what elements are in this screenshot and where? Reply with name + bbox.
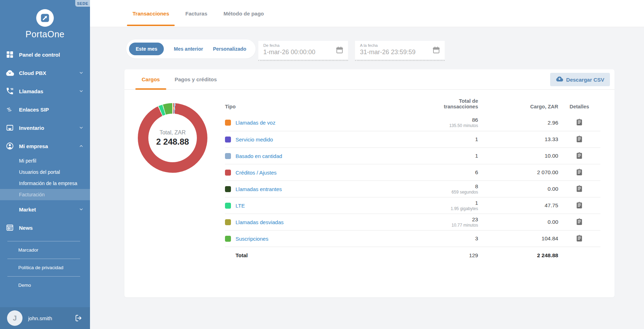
sidebar-link-demo[interactable]: Demo <box>0 280 90 291</box>
chevron-down-icon <box>79 125 84 130</box>
sidebar-item-panel-de-control[interactable]: Panel de control <box>0 45 90 64</box>
tab-transacciones[interactable]: Transacciones <box>131 0 170 27</box>
legend-swatch <box>225 120 231 126</box>
environment-badge: SEDE <box>75 0 90 7</box>
sidebar-link-marcador[interactable]: Marcador <box>0 245 90 255</box>
transaction-count: 86 <box>472 117 478 123</box>
type-link[interactable]: Servicio medido <box>236 137 273 143</box>
sidebar-item-news[interactable]: News <box>0 219 90 237</box>
table-row-llamadas-desviadas: Llamadas desviadas2310.77 minutos0.00 <box>225 214 600 230</box>
sidebar-item-label: News <box>19 225 33 231</box>
range-este-mes[interactable]: Este mes <box>129 43 164 55</box>
sidebar-item-label: Enlaces SIP <box>19 107 49 113</box>
details-button[interactable] <box>574 118 584 128</box>
brand-name: PortaOne <box>0 29 90 39</box>
details-button[interactable] <box>574 167 584 177</box>
sidebar-item-cloud-pbx[interactable]: Cloud PBX <box>0 64 90 82</box>
transaction-sub-count: 135.50 minutos <box>449 123 478 128</box>
sidebar-item-label: Panel de control <box>19 52 60 58</box>
sidebar-item-enlaces-sip[interactable]: Enlaces SIP <box>0 100 90 119</box>
transaction-sub-count: 10.77 minutos <box>452 223 478 228</box>
logout-icon[interactable] <box>75 314 83 322</box>
table-row-suscripciones: Suscripciones3104.84 <box>225 230 600 247</box>
sidebar-item-label: Facturación <box>19 192 45 197</box>
blank-icon <box>6 205 14 214</box>
date-from-field[interactable]: De fecha 1-mar-26 00:00:00 <box>258 41 348 59</box>
sidebar-item-usuarios-del-portal[interactable]: Usuarios del portal <box>0 166 90 178</box>
date-to-label: A la fecha <box>360 43 440 48</box>
type-link[interactable]: Suscripciones <box>236 236 268 242</box>
col-tipo: Tipo <box>225 104 432 109</box>
type-link[interactable]: Llamadas desviadas <box>236 219 284 225</box>
sidebar-item-label: Inventario <box>19 125 44 131</box>
sidebar-item-label: Mi perfil <box>19 158 36 164</box>
type-link[interactable]: Llamadas de voz <box>236 120 275 126</box>
col-detalles: Detalles <box>558 104 600 109</box>
sidebar-item-label: Información de la empresa <box>19 181 77 186</box>
brand-logo: PortaOne <box>0 9 90 39</box>
transaction-count: 1 <box>475 153 478 159</box>
tab-cargos[interactable]: Cargos <box>142 69 160 90</box>
sidebar-item-informacion-de-la-empresa[interactable]: Información de la empresa <box>0 178 90 189</box>
details-button[interactable] <box>574 151 584 161</box>
sidebar-item-market[interactable]: Market <box>0 200 90 219</box>
person-icon <box>6 142 14 150</box>
table-row-llamadas-entrantes: Llamadas entrantes8659 segundos0.00 <box>225 181 600 197</box>
date-from-label: De fecha <box>263 43 344 48</box>
sidebar-link-politica-de-privacidad[interactable]: Política de privacidad <box>0 262 90 273</box>
charges-donut-chart: Total, ZAR 2 248.88 <box>138 103 207 173</box>
tab-facturas[interactable]: Facturas <box>184 0 209 27</box>
range-personalizado[interactable]: Personalizado <box>213 46 246 52</box>
transaction-count: 1 <box>475 136 478 143</box>
tab-pagos-y-creditos[interactable]: Pagos y créditos <box>175 69 217 90</box>
details-button[interactable] <box>574 201 584 210</box>
details-button[interactable] <box>574 134 584 144</box>
charge-value: 13.33 <box>545 136 558 143</box>
sidebar-item-llamadas[interactable]: Llamadas <box>0 82 90 100</box>
total-charge: 2 248.88 <box>537 252 558 259</box>
portaone-logo-icon <box>36 9 54 27</box>
col-total-transacciones: Total de transacciones <box>432 98 478 109</box>
charge-value: 10.00 <box>545 153 558 159</box>
charges-table: Tipo Total de transacciones Cargo, ZAR D… <box>225 90 600 264</box>
type-link[interactable]: Créditos / Ajustes <box>236 170 277 176</box>
sidebar-item-label: Llamadas <box>19 88 43 94</box>
type-link[interactable]: Basado en cantidad <box>236 153 282 159</box>
calendar-icon[interactable] <box>335 46 344 54</box>
sidebar-item-facturacion[interactable]: Facturación <box>0 189 90 200</box>
sidebar-item-label: Market <box>19 207 36 213</box>
table-row-lte: LTE11.95 gigabytes47.75 <box>225 197 600 214</box>
calendar-icon[interactable] <box>432 46 440 54</box>
tab-metodo-de-pago[interactable]: Método de pago <box>222 0 265 27</box>
card-tabs: Cargos Pagos y créditos Descargar CSV <box>124 69 614 90</box>
divider <box>7 241 80 241</box>
sidebar-item-mi-empresa[interactable]: Mi empresa <box>0 137 90 155</box>
sidebar-item-inventario[interactable]: Inventario <box>0 119 90 137</box>
date-to-field[interactable]: A la fecha 31-mar-26 23:59:59 <box>355 41 445 59</box>
details-button[interactable] <box>574 234 584 243</box>
sidebar-item-label: Mi empresa <box>19 143 48 149</box>
type-link[interactable]: Llamadas entrantes <box>236 186 282 192</box>
sidebar-item-mi-perfil[interactable]: Mi perfil <box>0 155 90 166</box>
legend-swatch <box>225 153 231 159</box>
download-csv-button[interactable]: Descargar CSV <box>550 73 610 86</box>
cloud-download-icon <box>556 75 563 84</box>
transaction-count: 6 <box>475 169 478 176</box>
col-cargo-zar: Cargo, ZAR <box>478 104 558 109</box>
news-icon <box>6 223 14 232</box>
clipboard-icon <box>576 152 583 160</box>
dashboard-icon <box>6 50 14 59</box>
table-row-basado-en-cantidad: Basado en cantidad110.00 <box>225 147 600 164</box>
details-button[interactable] <box>574 217 584 227</box>
download-csv-label: Descargar CSV <box>566 77 604 83</box>
type-link[interactable]: LTE <box>236 203 245 209</box>
charge-value: 0.00 <box>548 219 558 225</box>
legend-swatch <box>225 219 231 225</box>
details-button[interactable] <box>574 184 584 194</box>
charge-value: 104.84 <box>542 235 558 242</box>
range-mes-anterior[interactable]: Mes anterior <box>174 46 203 52</box>
donut-total-label: Total, ZAR <box>160 129 186 136</box>
table-row-servicio-medido: Servicio medido113.33 <box>225 131 600 147</box>
charge-value: 47.75 <box>545 202 558 209</box>
legend-swatch <box>225 236 231 242</box>
